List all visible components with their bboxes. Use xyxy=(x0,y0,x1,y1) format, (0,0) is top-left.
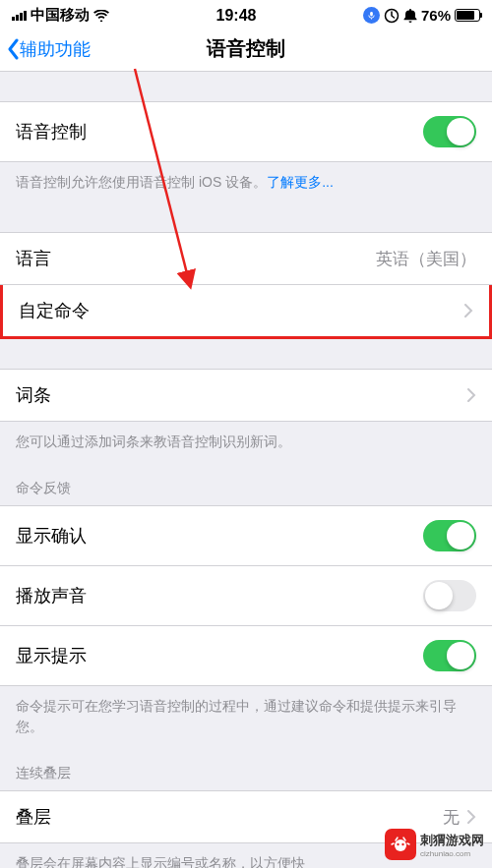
play-sound-label: 播放声音 xyxy=(16,584,87,608)
show-confirmation-toggle[interactable] xyxy=(423,520,476,551)
chevron-right-icon xyxy=(464,304,473,318)
chevron-right-icon xyxy=(467,810,476,824)
custom-commands-row[interactable]: 自定命令 xyxy=(0,285,492,339)
learn-more-link[interactable]: 了解更多... xyxy=(267,174,334,190)
watermark-icon xyxy=(385,829,416,860)
vocabulary-label: 词条 xyxy=(16,383,51,407)
play-sound-row[interactable]: 播放声音 xyxy=(0,566,492,626)
voice-indicator-icon xyxy=(363,7,380,24)
language-value: 英语（美国） xyxy=(376,248,476,270)
voice-control-label: 语音控制 xyxy=(16,120,87,144)
voice-control-footer: 语音控制允许您使用语音控制 iOS 设备。了解更多... xyxy=(0,162,492,203)
overlay-label: 叠层 xyxy=(16,805,51,829)
show-confirmation-row[interactable]: 显示确认 xyxy=(0,505,492,566)
language-label: 语言 xyxy=(16,247,51,270)
chevron-right-icon xyxy=(467,388,476,402)
watermark: 刺猬游戏网 cizhuniao.com xyxy=(385,829,484,860)
watermark-name: 刺猬游戏网 xyxy=(420,832,484,849)
svg-point-5 xyxy=(401,843,403,845)
watermark-url: cizhuniao.com xyxy=(420,849,484,858)
vocabulary-footer: 您可以通过添加词条来教语音控制识别新词。 xyxy=(0,422,492,462)
svg-rect-0 xyxy=(370,12,373,17)
status-bar: 中国移动 19:48 76% xyxy=(0,0,492,27)
svg-point-4 xyxy=(397,843,399,845)
show-hints-row[interactable]: 显示提示 xyxy=(0,626,492,686)
feedback-header: 命令反馈 xyxy=(0,462,492,505)
status-time: 19:48 xyxy=(216,7,257,25)
lock-icon xyxy=(384,8,400,24)
show-hints-label: 显示提示 xyxy=(16,644,87,667)
custom-commands-label: 自定命令 xyxy=(19,299,90,322)
back-label: 辅助功能 xyxy=(20,37,91,61)
overlay-value: 无 xyxy=(443,806,460,829)
battery-pct: 76% xyxy=(421,7,451,24)
vocabulary-row[interactable]: 词条 xyxy=(0,369,492,422)
back-button[interactable]: 辅助功能 xyxy=(0,37,91,61)
signal-icon xyxy=(12,11,27,21)
voice-control-row[interactable]: 语音控制 xyxy=(0,101,492,162)
alarm-icon xyxy=(403,8,417,24)
nav-bar: 辅助功能 语音控制 xyxy=(0,27,492,72)
language-row[interactable]: 语言 英语（美国） xyxy=(0,232,492,285)
svg-point-3 xyxy=(395,839,406,851)
voice-control-toggle[interactable] xyxy=(423,116,476,147)
show-confirmation-label: 显示确认 xyxy=(16,524,87,548)
show-hints-toggle[interactable] xyxy=(423,640,476,671)
battery-icon xyxy=(455,9,480,22)
feedback-footer: 命令提示可在您学习语音控制的过程中，通过建议命令和提供提示来引导您。 xyxy=(0,686,492,747)
chevron-left-icon xyxy=(6,38,20,60)
play-sound-toggle[interactable] xyxy=(423,580,476,611)
overlay-header: 连续叠层 xyxy=(0,747,492,790)
wifi-icon xyxy=(93,10,109,22)
carrier: 中国移动 xyxy=(31,6,90,25)
